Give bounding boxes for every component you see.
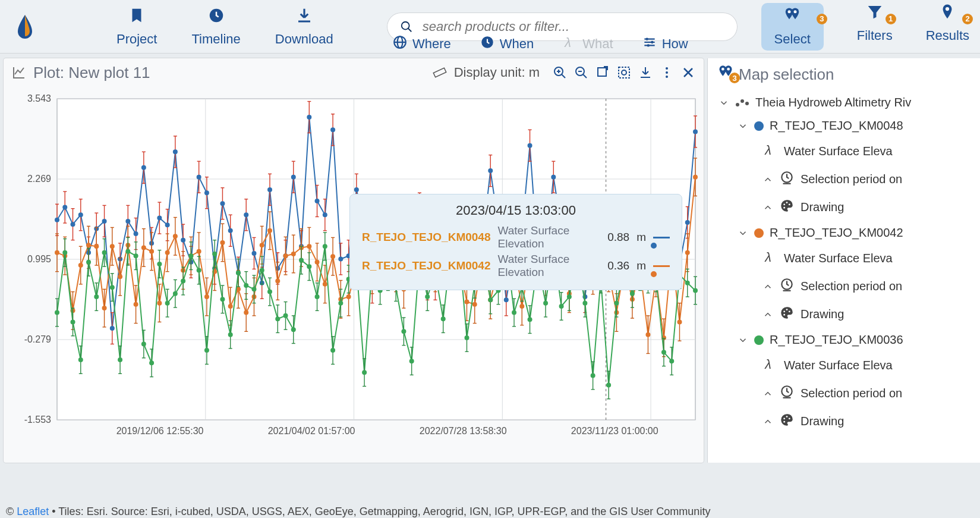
nav-results[interactable]: 2 Results xyxy=(926,3,969,51)
palette-icon xyxy=(779,412,795,431)
clock-icon xyxy=(207,7,225,28)
side-panel-title: Map selection xyxy=(739,65,834,84)
svg-point-851 xyxy=(338,301,343,306)
svg-point-711 xyxy=(62,250,67,255)
svg-point-1040 xyxy=(783,203,785,205)
reset-zoom-icon[interactable] xyxy=(595,65,610,80)
funnel-icon xyxy=(866,3,884,24)
svg-point-791 xyxy=(220,297,225,302)
svg-point-915 xyxy=(464,335,469,340)
tree-variable[interactable]: λ Water Surface Eleva xyxy=(708,351,980,379)
svg-point-727 xyxy=(94,294,99,299)
lambda-icon: λ xyxy=(762,249,778,268)
svg-text:2.269: 2.269 xyxy=(27,174,51,184)
svg-point-26 xyxy=(666,71,668,74)
svg-point-439 xyxy=(173,234,178,238)
svg-point-395 xyxy=(86,243,91,247)
svg-point-1027 xyxy=(685,281,690,285)
svg-point-135 xyxy=(220,201,225,206)
svg-point-511 xyxy=(315,260,320,265)
tree-period[interactable]: Selection period on xyxy=(708,379,980,407)
scatter-icon xyxy=(735,99,749,107)
svg-text:3.543: 3.543 xyxy=(27,93,51,103)
tree-drawing[interactable]: Drawing xyxy=(708,193,980,221)
svg-point-371 xyxy=(685,220,690,225)
svg-point-51 xyxy=(55,218,59,222)
nav-select[interactable]: 3 Select xyxy=(761,3,824,51)
tree-period[interactable]: Selection period on xyxy=(708,165,980,193)
nav-filters[interactable]: 1 Filters xyxy=(857,3,893,51)
svg-point-427 xyxy=(149,249,154,254)
sliders-icon xyxy=(642,34,657,54)
svg-point-987 xyxy=(606,382,611,387)
svg-point-815 xyxy=(267,290,272,294)
svg-point-927 xyxy=(488,297,493,302)
svg-point-991 xyxy=(614,301,619,306)
display-unit-label: Display unit: m xyxy=(454,65,540,80)
clock-icon xyxy=(779,384,795,403)
leaflet-link[interactable]: Leaflet xyxy=(17,506,49,517)
svg-text:2021/04/02 01:57:00: 2021/04/02 01:57:00 xyxy=(268,426,355,436)
globe-icon xyxy=(392,34,408,54)
svg-point-187 xyxy=(323,212,327,217)
hover-tooltip: 2023/04/15 13:03:00 R_TEJO_TEJO_KM0048 W… xyxy=(349,194,682,290)
svg-point-463 xyxy=(220,240,225,245)
close-icon[interactable] xyxy=(681,65,695,80)
svg-point-615 xyxy=(519,304,524,309)
svg-point-111 xyxy=(173,149,178,154)
bookmark-icon xyxy=(128,7,146,28)
svg-point-999 xyxy=(630,291,635,296)
more-icon[interactable] xyxy=(660,65,674,80)
tab-how[interactable]: How xyxy=(642,34,688,54)
svg-point-591 xyxy=(472,302,477,307)
tree-drawing[interactable]: Drawing xyxy=(708,300,980,328)
tree-variable[interactable]: λ Water Surface Eleva xyxy=(708,137,980,165)
search-input[interactable] xyxy=(421,18,724,35)
svg-text:2019/12/06 12:55:30: 2019/12/06 12:55:30 xyxy=(116,426,204,436)
svg-text:2022/07/28 13:58:30: 2022/07/28 13:58:30 xyxy=(420,426,507,436)
svg-line-16 xyxy=(562,74,565,78)
tree-drawing[interactable]: Drawing xyxy=(708,407,980,435)
nav-timeline[interactable]: Timeline xyxy=(191,7,240,47)
box-zoom-icon[interactable] xyxy=(617,65,631,80)
svg-point-1057 xyxy=(783,421,785,423)
svg-point-847 xyxy=(330,348,335,353)
zoom-out-icon[interactable] xyxy=(574,65,588,80)
tab-what[interactable]: λ What xyxy=(562,34,613,54)
svg-point-883 xyxy=(401,329,406,334)
pin-icon xyxy=(938,3,956,24)
svg-point-1055 xyxy=(786,416,788,417)
clock-icon xyxy=(779,170,795,189)
nav-download[interactable]: Download xyxy=(275,7,333,47)
clock-icon xyxy=(779,277,795,296)
tree-station[interactable]: R_TEJO_TEJO_KM0042 xyxy=(708,221,980,244)
map-attribution: © Leaflet • Tiles: Esri. Source: Esri, i… xyxy=(6,506,710,518)
download-icon[interactable] xyxy=(638,65,653,80)
pins-icon xyxy=(783,7,801,28)
svg-point-843 xyxy=(323,244,327,249)
tree-station[interactable]: R_TEJO_TEJO_KM0036 xyxy=(708,328,980,351)
svg-text:0.995: 0.995 xyxy=(27,254,51,264)
tree-station[interactable]: R_TEJO_TEJO_KM0048 xyxy=(708,114,980,137)
plot-panel: Plot: New plot 11 Display unit: m -1.553… xyxy=(4,58,704,463)
svg-point-755 xyxy=(149,360,154,365)
svg-point-1031 xyxy=(693,288,698,293)
download-icon xyxy=(295,7,313,28)
tree-period[interactable]: Selection period on xyxy=(708,272,980,300)
svg-point-763 xyxy=(165,301,170,306)
svg-point-747 xyxy=(134,253,138,258)
svg-point-423 xyxy=(141,245,146,250)
svg-point-159 xyxy=(267,187,272,192)
tab-where[interactable]: Where xyxy=(392,34,451,54)
svg-point-115 xyxy=(181,238,185,243)
svg-point-895 xyxy=(425,294,430,299)
svg-point-1034 xyxy=(736,103,739,106)
nav-project[interactable]: Project xyxy=(116,7,157,47)
svg-point-147 xyxy=(244,212,248,217)
tree-group[interactable]: Theia Hydroweb Altimetry Riv xyxy=(708,91,980,114)
tree-variable[interactable]: λ Water Surface Eleva xyxy=(708,244,980,272)
tab-when[interactable]: When xyxy=(480,34,534,54)
zoom-in-icon[interactable] xyxy=(553,65,567,80)
svg-point-1 xyxy=(401,21,409,29)
svg-point-487 xyxy=(267,228,272,233)
